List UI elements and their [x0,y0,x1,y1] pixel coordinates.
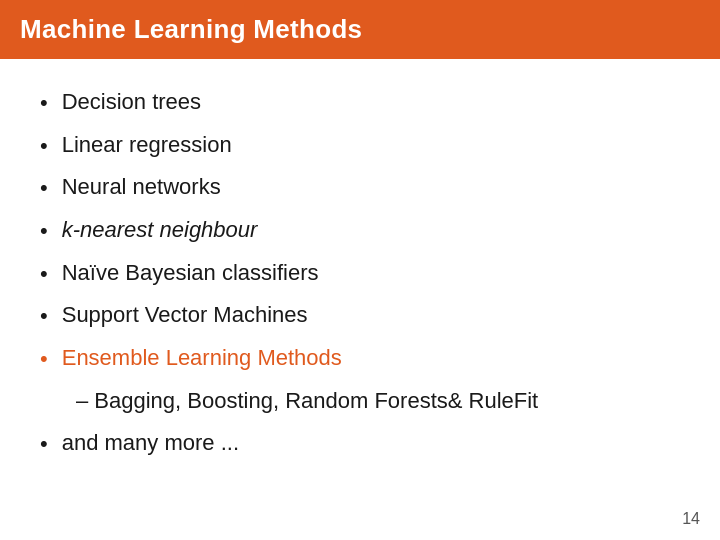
list-item: • and many more ... [40,428,680,459]
page-number: 14 [682,510,700,528]
bullet-text: Neural networks [62,172,221,202]
bullet-dot: • [40,301,48,331]
bullet-text-highlight: Ensemble Learning Methods [62,343,342,373]
last-bullet-text: and many more ... [62,428,239,458]
list-item: • Ensemble Learning Methods [40,343,680,374]
list-item: • Neural networks [40,172,680,203]
list-item: • Linear regression [40,130,680,161]
bullet-dot: • [40,88,48,118]
bullet-dot: • [40,173,48,203]
header-bar: Machine Learning Methods [0,0,720,59]
last-bullet-list: • and many more ... [40,428,680,471]
bullet-dot: • [40,259,48,289]
sub-text-line: – Bagging, Boosting, Random Forests& Rul… [76,386,680,416]
footer-area: 14 [0,510,720,540]
bullet-dot: • [40,344,48,374]
sub-text: – Bagging, Boosting, Random Forests& Rul… [76,386,538,416]
bullet-dot: • [40,216,48,246]
slide-title: Machine Learning Methods [20,14,362,45]
slide-container: Machine Learning Methods • Decision tree… [0,0,720,540]
bullet-list: • Decision trees • Linear regression • N… [40,87,680,386]
bullet-text-italic: k-nearest neighbour [62,215,258,245]
bullet-text: Linear regression [62,130,232,160]
bullet-text: Support Vector Machines [62,300,308,330]
list-item: • Support Vector Machines [40,300,680,331]
bullet-dot: • [40,131,48,161]
bullet-text: Naïve Bayesian classifiers [62,258,319,288]
list-item: • Naïve Bayesian classifiers [40,258,680,289]
bullet-text: Decision trees [62,87,201,117]
list-item: • k-nearest neighbour [40,215,680,246]
list-item: • Decision trees [40,87,680,118]
bullet-dot: • [40,429,48,459]
content-area: • Decision trees • Linear regression • N… [0,59,720,510]
